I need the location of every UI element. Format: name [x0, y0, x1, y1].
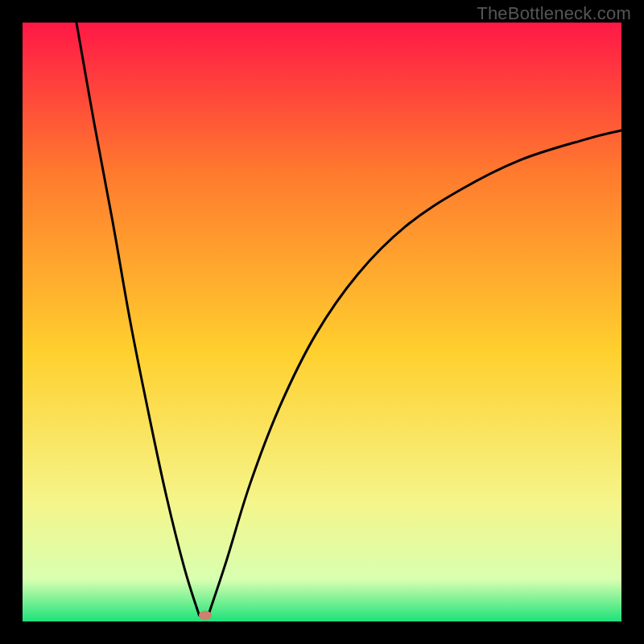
chart-svg: [23, 23, 621, 621]
chart-frame: TheBottleneck.com: [0, 0, 644, 644]
bottleneck-marker: [199, 611, 212, 621]
watermark-text: TheBottleneck.com: [477, 3, 631, 24]
plot-area: [23, 23, 621, 621]
